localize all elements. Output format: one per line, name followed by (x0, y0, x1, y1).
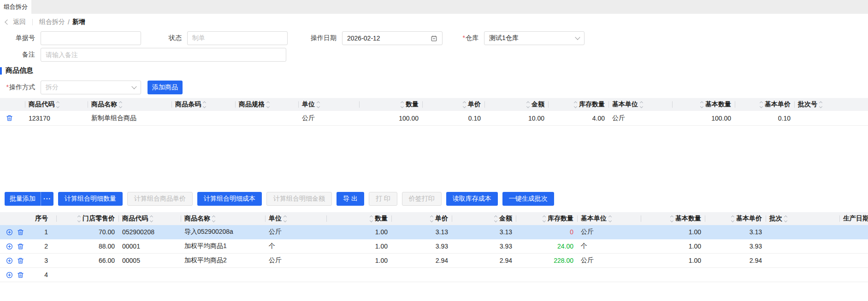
cell-qty (326, 268, 391, 282)
sort-icon[interactable] (701, 102, 703, 108)
column-header-batch[interactable]: 批次 (766, 212, 839, 225)
column-header-base_qty[interactable]: 基本数量 (672, 98, 735, 111)
required-mark: * (463, 34, 465, 41)
sort-icon[interactable] (203, 102, 206, 108)
column-header-spec[interactable]: 商品规格 (235, 98, 298, 111)
column-label: 基本单位 (581, 214, 607, 223)
sort-icon[interactable] (527, 102, 529, 108)
sort-icon[interactable] (732, 216, 734, 222)
sort-icon[interactable] (317, 102, 319, 108)
column-header-qty[interactable]: 数量 (326, 212, 391, 225)
batch-add-more-button[interactable]: ··· (41, 192, 53, 206)
calc-combo-detail-qty-button[interactable]: 计算组合明细数量 (58, 192, 123, 206)
op-date-picker[interactable]: 2026-02-12 (342, 31, 443, 45)
sort-icon[interactable] (463, 102, 466, 108)
sort-icon[interactable] (57, 102, 59, 108)
calc-combo-detail-cost-button[interactable]: 计算组合明细成本 (197, 192, 262, 206)
add-product-button[interactable]: 添加商品 (148, 81, 183, 94)
trash-icon[interactable] (17, 229, 24, 236)
trash-icon[interactable] (6, 115, 13, 122)
column-header-barcode[interactable]: 商品条码 (171, 98, 235, 111)
generate-batch-button[interactable]: 一键生成批次 (502, 192, 554, 206)
column-header-price[interactable]: 单价 (422, 98, 484, 111)
sort-icon[interactable] (370, 216, 372, 222)
batch-add-button[interactable]: 批量添加 (5, 192, 41, 206)
cell-base_unit (577, 268, 641, 282)
plus-circle-icon[interactable] (6, 272, 13, 278)
table-row[interactable]: 4 (0, 268, 868, 282)
back-button[interactable]: 返回 (6, 18, 26, 26)
column-header-amount[interactable]: 金额 (484, 98, 548, 111)
table-row[interactable]: 123170新制单组合商品公斤100.000.1010.004.00公斤100.… (0, 111, 868, 126)
plus-circle-icon[interactable] (6, 257, 13, 264)
operation-select[interactable]: 拆分 (41, 81, 141, 94)
read-stock-cost-button[interactable]: 读取库存成本 (446, 192, 498, 206)
tab-combo-split[interactable]: 组合拆分 (0, 0, 31, 14)
plus-circle-icon[interactable] (6, 243, 13, 250)
column-header-stock_qty[interactable]: 库存数量 (516, 212, 577, 225)
sort-icon[interactable] (640, 102, 643, 108)
breadcrumb-section[interactable]: 组合拆分 (39, 18, 65, 26)
sort-icon[interactable] (119, 102, 122, 108)
cell-unit: 个 (265, 239, 326, 253)
column-header-base_price[interactable]: 基本单价 (735, 98, 794, 111)
chevron-down-icon (575, 35, 580, 40)
sort-icon[interactable] (267, 102, 269, 108)
column-header-code[interactable]: 商品代码 (118, 212, 181, 225)
sort-icon[interactable] (671, 216, 673, 222)
sort-icon[interactable] (495, 216, 497, 222)
cell-qty: 100.00 (359, 111, 422, 125)
sort-icon[interactable] (78, 216, 80, 222)
column-header-price[interactable]: 单价 (391, 212, 452, 225)
sort-icon[interactable] (574, 102, 577, 108)
column-header-amount[interactable]: 金额 (452, 212, 516, 225)
warehouse-select[interactable]: 测试1仓库 (484, 31, 585, 45)
cell-base_price (705, 268, 766, 282)
column-label: 金额 (531, 100, 544, 109)
sort-icon[interactable] (543, 216, 545, 222)
table-row[interactable]: 170.00052900208导入052900208a公斤1.003.133.1… (0, 225, 868, 239)
column-header-base_unit[interactable]: 基本单位 (608, 98, 672, 111)
cell-qty: 1.00 (326, 239, 391, 253)
sort-icon[interactable] (431, 216, 433, 222)
cell-unit: 公斤 (298, 111, 359, 125)
column-header-unit[interactable]: 单位 (298, 98, 359, 111)
column-header-base_qty[interactable]: 基本数量 (641, 212, 705, 225)
column-header-name[interactable]: 商品名称 (88, 98, 171, 111)
sort-icon[interactable] (401, 102, 403, 108)
sort-icon[interactable] (609, 216, 611, 222)
sort-icon[interactable] (284, 216, 286, 222)
remark-input[interactable] (41, 48, 286, 62)
column-header-qty[interactable]: 数量 (359, 98, 422, 111)
plus-circle-icon[interactable] (6, 229, 13, 236)
column-header-code[interactable]: 商品代码 (25, 98, 88, 111)
trash-icon[interactable] (17, 272, 24, 278)
column-header-stock_qty[interactable]: 库存数量 (548, 98, 608, 111)
column-header-retail_price[interactable]: 门店零售价 (56, 212, 118, 225)
export-button[interactable]: 导 出 (337, 192, 364, 206)
table-row[interactable]: 288.0000001加权平均商品1个1.003.933.9324.00个1.0… (0, 239, 868, 254)
sort-icon[interactable] (150, 216, 153, 222)
doc-no-input[interactable] (41, 31, 141, 45)
sort-icon[interactable] (820, 102, 822, 108)
trash-icon[interactable] (17, 257, 24, 264)
cell-base_qty: 1.00 (641, 225, 705, 239)
column-header-base_unit[interactable]: 基本单位 (577, 212, 641, 225)
trash-icon[interactable] (17, 243, 24, 250)
cell-batch_no (794, 111, 868, 125)
sort-icon[interactable] (213, 216, 215, 222)
sort-icon[interactable] (760, 102, 762, 108)
required-mark: * (6, 83, 9, 91)
print-button: 打 印 (369, 192, 397, 206)
column-header-base_price[interactable]: 基本单价 (705, 212, 766, 225)
column-header-unit[interactable]: 单位 (265, 212, 326, 225)
table-row[interactable]: 366.0000005加权平均商品2公斤1.002.942.94228.00公斤… (0, 254, 868, 268)
column-header-name[interactable]: 商品名称 (181, 212, 265, 225)
cell-price: 3.13 (391, 225, 452, 239)
column-header-batch_no[interactable]: 批次号 (794, 98, 868, 111)
cell-barcode (171, 111, 235, 125)
column-label: 基本数量 (675, 214, 701, 223)
sort-icon[interactable] (785, 216, 787, 222)
cell-base_price: 2.94 (705, 254, 766, 267)
table-header-row: 商品代码商品名称商品条码商品规格单位数量单价金额库存数量基本单位基本数量基本单价… (0, 98, 868, 111)
